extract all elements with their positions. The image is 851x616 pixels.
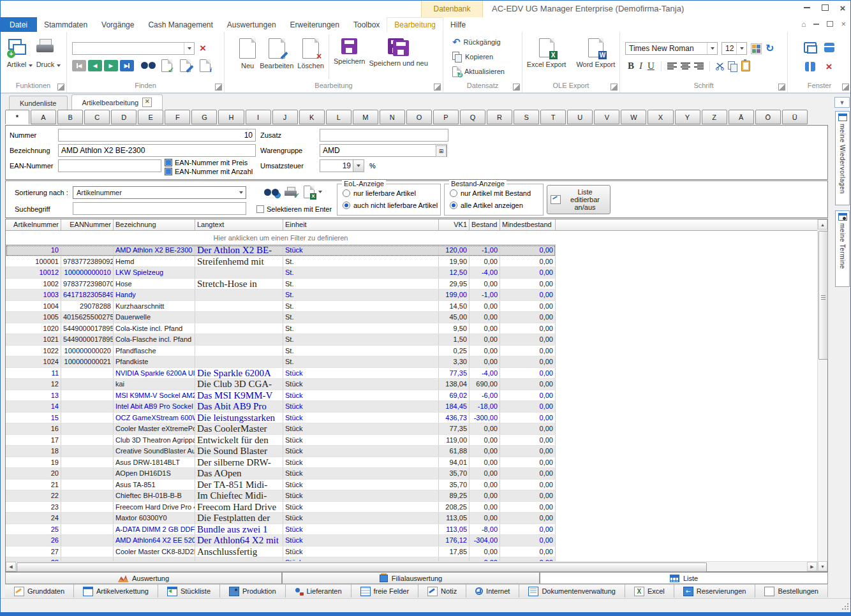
table-row[interactable]: 21Asus TA-851Der TA-851 Midi-Stück35,700… bbox=[6, 480, 556, 491]
view-tab-filialauswertung[interactable]: Filialauswertung bbox=[282, 572, 540, 584]
clear-search-icon[interactable]: × bbox=[200, 43, 206, 54]
sidebar-collapse-icon[interactable]: ▼ bbox=[834, 97, 850, 108]
alpha-tab-l[interactable]: L bbox=[326, 110, 352, 124]
table-row[interactable]: 19Asus DRW-1814BLTDer silberne DRW-Stück… bbox=[6, 457, 556, 469]
umsatzsteuer-select[interactable]: 19 bbox=[320, 159, 364, 172]
alpha-tab-x[interactable]: X bbox=[648, 110, 673, 124]
find-dropdown-icon[interactable] bbox=[184, 43, 194, 54]
menu-tab-hilfe[interactable]: Hilfe bbox=[443, 17, 473, 32]
alpha-tab-t[interactable]: T bbox=[540, 110, 566, 124]
reset-font-icon[interactable]: ↻ bbox=[766, 43, 774, 54]
word-export-button[interactable]: W Word Export bbox=[574, 36, 617, 78]
close-window-icon[interactable]: × bbox=[826, 61, 833, 72]
dialog-launcher-icon[interactable] bbox=[842, 84, 849, 91]
menu-tab-bearbeitung[interactable]: Bearbeitung bbox=[387, 17, 443, 32]
rueckgaengig-button[interactable]: ↶ Rückgängig bbox=[448, 36, 505, 48]
column-header-langtext[interactable]: Langtext bbox=[195, 219, 283, 231]
alpha-tab-n[interactable]: N bbox=[380, 110, 405, 124]
sidebar-tab-termine[interactable]: meine Termine bbox=[835, 210, 850, 287]
dialog-launcher-icon[interactable] bbox=[778, 84, 785, 91]
align-right-icon[interactable] bbox=[694, 62, 704, 70]
column-header-bezeichnung[interactable]: Bezeichnung bbox=[114, 219, 195, 231]
font-size-dropdown-icon[interactable] bbox=[736, 43, 746, 54]
alpha-tab-y[interactable]: Y bbox=[675, 110, 700, 124]
detail-tab-excel[interactable]: Excel bbox=[625, 584, 674, 598]
alpha-tab-d[interactable]: D bbox=[111, 110, 137, 124]
resize-grip[interactable] bbox=[841, 602, 848, 610]
close-icon[interactable]: × bbox=[838, 3, 847, 12]
table-row[interactable]: 1024100000000021PfandkisteSt.3,300,000,0… bbox=[6, 356, 556, 368]
ribbon-pin-icon[interactable]: ⌂ bbox=[801, 20, 806, 29]
ean-mit-anzahl-checkbox[interactable] bbox=[165, 168, 172, 175]
detail-tab-artikelverkettung[interactable]: Artikelverkettung bbox=[74, 584, 158, 598]
export-dropdown-icon[interactable] bbox=[318, 191, 322, 193]
alpha-tab-u[interactable]: U bbox=[567, 110, 593, 124]
dialog-launcher-icon[interactable] bbox=[610, 84, 618, 91]
alle-artikel-radio[interactable] bbox=[450, 202, 457, 209]
table-row[interactable]: 15OCZ GameXStream 600WDie leistungsstark… bbox=[6, 413, 556, 424]
alpha-tab-m[interactable]: M bbox=[353, 110, 378, 124]
column-header-bestand[interactable]: Bestand bbox=[470, 219, 500, 231]
warengruppe-lookup-icon[interactable]: ⊞ bbox=[436, 145, 447, 157]
alpha-tab-q[interactable]: Q bbox=[460, 110, 485, 124]
copy-format-icon[interactable] bbox=[728, 61, 737, 71]
scroll-down-icon[interactable]: ▼ bbox=[818, 561, 827, 571]
warengruppe-input[interactable] bbox=[320, 144, 447, 157]
validate-record-icon[interactable]: ✓ bbox=[161, 59, 172, 72]
table-row[interactable]: 100429078288KurzhaarschnittSt.14,500,000… bbox=[6, 301, 556, 312]
table-row[interactable]: 24Maxtor 60300Y0Die Festplatten derStück… bbox=[6, 513, 556, 524]
edit-record-icon[interactable] bbox=[180, 59, 191, 72]
color-palette-icon[interactable] bbox=[751, 43, 762, 54]
bezeichnung-input[interactable] bbox=[58, 144, 256, 157]
paste-icon[interactable] bbox=[741, 61, 750, 71]
alpha-tab-i[interactable]: I bbox=[246, 110, 271, 124]
last-record-button[interactable]: ▶ bbox=[120, 60, 134, 71]
detail-tab-bestellungen[interactable]: Bestellungen bbox=[755, 584, 828, 598]
alpha-tab-g[interactable]: G bbox=[191, 110, 217, 124]
nur-mit-bestand-radio[interactable] bbox=[450, 189, 457, 197]
ean-input[interactable] bbox=[58, 159, 161, 172]
horizontal-scrollbar[interactable]: ◀ ▶ bbox=[6, 561, 817, 571]
previous-record-button[interactable]: ◀ bbox=[88, 60, 102, 71]
detail-tab-stückliste[interactable]: Stückliste bbox=[158, 584, 220, 598]
menu-tab-vorgänge[interactable]: Vorgänge bbox=[94, 17, 141, 32]
table-row[interactable]: 10205449000017895Cola-Kiste incl. PfandS… bbox=[6, 323, 556, 335]
alpha-tab-z[interactable]: Z bbox=[702, 110, 727, 124]
alpha-tab-f[interactable]: F bbox=[165, 110, 190, 124]
table-row[interactable]: 12kaiDie Club 3D CGA-Stück138,04690,000,… bbox=[6, 379, 556, 390]
next-record-button[interactable]: ▶ bbox=[104, 60, 118, 71]
detail-tab-dokumentenverwaltung[interactable]: Dokumentenverwaltung bbox=[519, 584, 625, 598]
liste-editierbar-button[interactable]: Liste editierbar an/aus bbox=[547, 185, 610, 214]
table-row[interactable]: 1000019783772389092HemdStreifenhemd mitS… bbox=[6, 256, 556, 268]
column-header-artikelnummer[interactable]: Artikelnummer bbox=[6, 219, 61, 231]
alpha-tab-star[interactable]: * bbox=[5, 110, 29, 124]
split-horizontal-icon[interactable] bbox=[824, 43, 834, 52]
split-vertical-icon[interactable] bbox=[805, 62, 815, 71]
first-record-button[interactable]: ◀ bbox=[72, 60, 86, 71]
excel-export-button[interactable]: X Excel Export bbox=[525, 36, 568, 78]
table-row[interactable]: 1022100000000020PfandflascheSt.0,250,000… bbox=[6, 346, 556, 357]
alpha-tab-j[interactable]: J bbox=[272, 110, 298, 124]
artikel-button[interactable]: + Artikel bbox=[4, 36, 29, 78]
sidebar-tab-wiedervorlagen[interactable]: meine Wiedervorlagen bbox=[835, 111, 850, 205]
dialog-launcher-icon[interactable] bbox=[215, 84, 222, 91]
loeschen-button[interactable]: × Löschen bbox=[295, 36, 326, 78]
alpha-tab-ö[interactable]: Ö bbox=[755, 110, 781, 124]
aktualisieren-button[interactable]: ↻ Aktualisieren bbox=[448, 65, 508, 78]
close-tab-icon[interactable]: ✕ bbox=[142, 98, 152, 107]
menu-tab-auswertungen[interactable]: Auswertungen bbox=[220, 17, 283, 32]
column-header-einheit[interactable]: Einheit bbox=[283, 219, 439, 231]
doc-tab-artikelbearbeitung[interactable]: Artikelbearbeitung ✕ bbox=[71, 94, 163, 110]
table-row[interactable]: 10AMD Athlon X2 BE-2300Der Athlon X2 BE-… bbox=[6, 245, 556, 256]
menu-tab-toolbox[interactable]: Toolbox bbox=[346, 17, 387, 32]
alpha-tab-ü[interactable]: Ü bbox=[782, 110, 808, 124]
bold-button[interactable]: B bbox=[625, 61, 637, 71]
neu-button[interactable]: Neu bbox=[237, 36, 258, 78]
child-close-icon[interactable]: × bbox=[841, 19, 846, 29]
table-row[interactable]: 27Cooler Master CK8-8JD2BAnschlussfertig… bbox=[6, 546, 556, 558]
list-excel-icon[interactable]: X bbox=[304, 186, 314, 198]
sortierung-select[interactable]: Artikelnummer bbox=[73, 186, 246, 199]
menu-tab-stammdaten[interactable]: Stammdaten bbox=[37, 17, 94, 32]
cut-icon[interactable] bbox=[715, 62, 725, 71]
umsatzsteuer-dropdown-icon[interactable] bbox=[353, 160, 364, 172]
